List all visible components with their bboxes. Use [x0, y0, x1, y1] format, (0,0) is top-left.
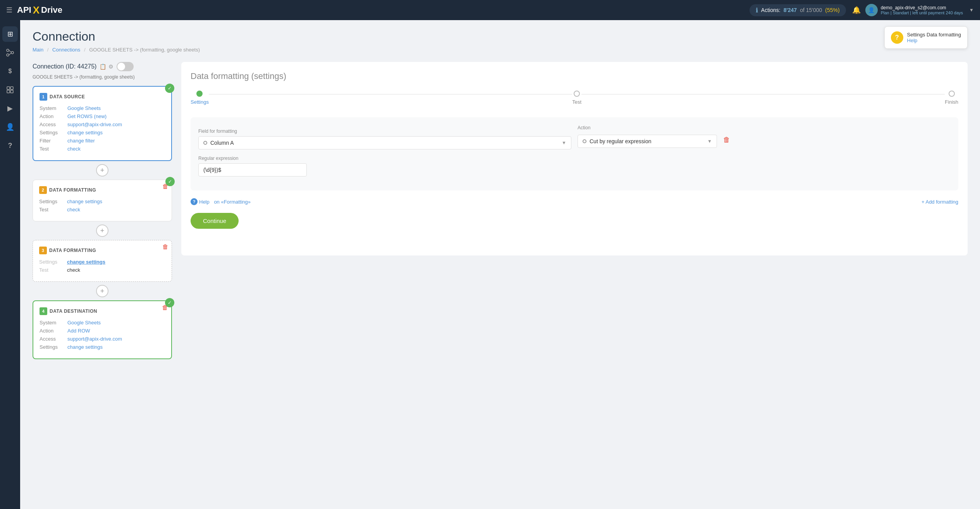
help-tooltip: ? Settings Data formatting Help — [884, 26, 968, 49]
data-block-2: 2 DATA FORMATTING Settingschange setting… — [33, 180, 172, 221]
breadcrumb-current: GOOGLE SHEETS -> (formatting, google she… — [89, 47, 200, 53]
bell-icon[interactable]: 🔔 — [852, 6, 861, 14]
sidebar-item-help[interactable]: ? — [2, 138, 18, 153]
field-for-formatting-group: Field for formatting Column A ▼ — [198, 129, 571, 149]
table-row: Settingschange settings — [40, 130, 165, 135]
chevron-down-icon: ▼ — [969, 7, 974, 13]
step-line-2 — [581, 94, 945, 94]
table-row: Settingschange settings — [39, 259, 165, 265]
panel-icons: 📋 ⚙ — [100, 63, 113, 70]
help-tooltip-link[interactable]: Help — [907, 38, 961, 43]
block-1-number: 1 — [40, 93, 47, 101]
sidebar-item-profile[interactable]: 👤 — [2, 119, 18, 135]
table-row: Accesssupport@apix-drive.com — [40, 336, 165, 342]
page-title: Connection — [33, 29, 968, 44]
left-panel: Connection (ID: 44275) 📋 ⚙ GOOGLE SHEETS… — [33, 62, 172, 362]
svg-rect-8 — [10, 90, 13, 93]
block-1-header: 1 DATA SOURCE — [40, 93, 165, 101]
table-row: Testcheck — [40, 146, 165, 152]
actions-label: Actions: — [761, 7, 781, 13]
table-row: Accesssupport@apix-drive.com — [40, 122, 165, 127]
regex-group: Regular expression — [198, 156, 307, 177]
toggle-switch[interactable] — [117, 62, 134, 71]
copy-icon[interactable]: 📋 — [100, 63, 106, 70]
help-link[interactable]: ? Help on «Formatting» — [191, 198, 251, 205]
delete-block-2-button[interactable]: 🗑 — [162, 183, 168, 190]
main-wrapper: ⊞ $ ▶ 👤 ? Connection Main / Connections … — [0, 20, 980, 509]
block-3-header: 3 DATA FORMATTING — [39, 247, 165, 254]
field-select[interactable]: Column A ▼ — [198, 136, 571, 149]
check-badge-1: ✓ — [165, 84, 174, 93]
block-4-header: 4 DATA DESTINATION — [40, 307, 165, 315]
data-block-4: 4 DATA DESTINATION SystemGoogle Sheets A… — [33, 300, 172, 359]
sidebar-item-home[interactable]: ⊞ — [2, 26, 18, 42]
two-col-layout: Connection (ID: 44275) 📋 ⚙ GOOGLE SHEETS… — [33, 62, 968, 362]
settings-icon[interactable]: ⚙ — [108, 63, 113, 70]
field-for-formatting-label: Field for formatting — [198, 129, 571, 134]
action-select[interactable]: Cut by regular expression ▼ — [578, 135, 717, 148]
delete-block-3-button[interactable]: 🗑 — [162, 243, 168, 250]
regex-input[interactable] — [198, 163, 307, 177]
sidebar-item-runs[interactable]: ▶ — [2, 101, 18, 116]
action-select-wrapper: Cut by regular expression ▼ 🗑 — [578, 133, 951, 149]
help-circle-icon: ? — [891, 31, 903, 44]
regex-label: Regular expression — [198, 156, 307, 161]
sidebar-item-projects[interactable] — [2, 82, 18, 98]
breadcrumb: Main / Connections / GOOGLE SHEETS -> (f… — [33, 47, 968, 53]
table-row: ActionGet ROWS (new) — [40, 113, 165, 119]
add-circle-1[interactable]: + — [96, 164, 108, 177]
hamburger-icon[interactable]: ☰ — [6, 6, 12, 14]
actions-percent: (55%) — [825, 7, 839, 13]
step-dot-test — [574, 91, 580, 97]
sidebar-item-flows[interactable] — [2, 45, 18, 60]
actions-info: ℹ Actions: 8'247 of 15'000 (55%) — [750, 4, 846, 16]
data-block-1: 1 DATA SOURCE SystemGoogle Sheets Action… — [33, 86, 172, 161]
add-formatting-link[interactable]: + Add formatting — [922, 199, 958, 205]
action-label: Action — [578, 125, 951, 130]
action-select-value: Cut by regular expression — [590, 138, 704, 144]
svg-line-4 — [9, 53, 11, 55]
svg-point-1 — [11, 51, 14, 54]
table-row: ActionAdd ROW — [40, 328, 165, 334]
add-circle-3[interactable]: + — [96, 285, 108, 297]
help-tooltip-title: Settings Data formatting — [907, 32, 961, 38]
form-row-2: Regular expression — [198, 156, 951, 177]
svg-point-2 — [7, 54, 9, 56]
question-icon: ? — [191, 198, 198, 205]
delete-row-button[interactable]: 🗑 — [720, 133, 733, 147]
add-circle-2[interactable]: + — [96, 225, 108, 237]
logo-api-text: API — [17, 5, 31, 15]
step-finish: Finish — [945, 91, 958, 105]
select-dot-icon — [203, 141, 207, 145]
table-row: Settingschange settings — [39, 199, 165, 204]
svg-rect-5 — [7, 87, 10, 89]
chevron-down-icon: ▼ — [562, 140, 566, 146]
breadcrumb-main[interactable]: Main — [33, 47, 43, 53]
table-row: Settingschange settings — [40, 344, 165, 350]
block-4-number: 4 — [40, 307, 47, 315]
action-group: Action Cut by regular expression ▼ 🗑 — [578, 125, 951, 149]
delete-block-4-button[interactable]: 🗑 — [162, 304, 168, 311]
chevron-down-icon-action: ▼ — [707, 139, 712, 144]
table-row: SystemGoogle Sheets — [40, 320, 165, 326]
action-dot-icon — [583, 139, 586, 143]
help-text-block: Settings Data formatting Help — [907, 32, 961, 43]
top-header: ☰ APIXDrive ℹ Actions: 8'247 of 15'000 (… — [0, 0, 980, 20]
step-dot-finish — [949, 91, 955, 97]
block-3-number: 3 — [39, 247, 47, 254]
svg-rect-6 — [10, 87, 13, 89]
sidebar-item-billing[interactable]: $ — [2, 63, 18, 79]
info-icon: ℹ — [756, 7, 758, 14]
field-select-wrapper: Column A ▼ — [198, 136, 571, 149]
content-area: Connection Main / Connections / GOOGLE S… — [20, 20, 980, 509]
step-line-1 — [209, 94, 572, 94]
right-panel: Data formatting (settings) Settings Test — [181, 62, 968, 255]
logo-drive-text: Drive — [41, 5, 62, 15]
field-select-value: Column A — [210, 140, 559, 146]
continue-button[interactable]: Continue — [191, 213, 239, 229]
step-label-test: Test — [572, 99, 581, 105]
user-info[interactable]: 👤 demo_apix-drive_s2@com.com Plan | Stan… — [865, 4, 974, 16]
breadcrumb-connections[interactable]: Connections — [52, 47, 80, 53]
svg-point-0 — [7, 49, 9, 51]
logo-x-text: X — [33, 4, 40, 16]
